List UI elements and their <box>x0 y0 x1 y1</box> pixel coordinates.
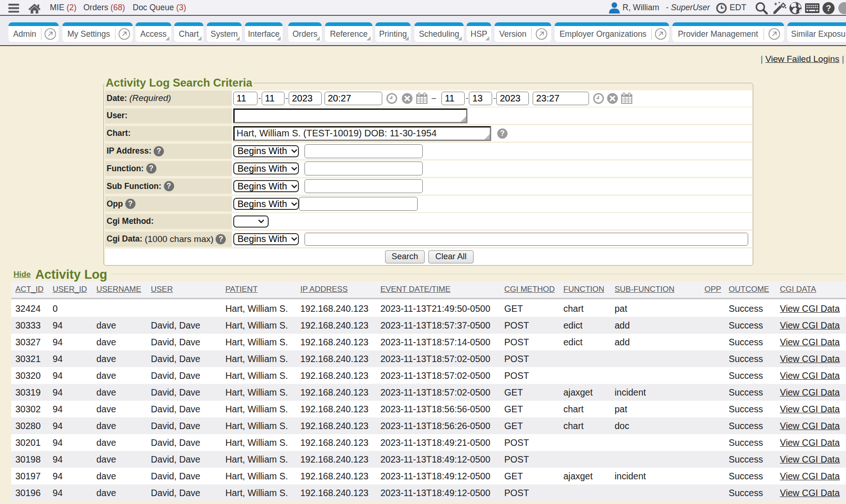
svg-text:?: ? <box>826 4 831 13</box>
